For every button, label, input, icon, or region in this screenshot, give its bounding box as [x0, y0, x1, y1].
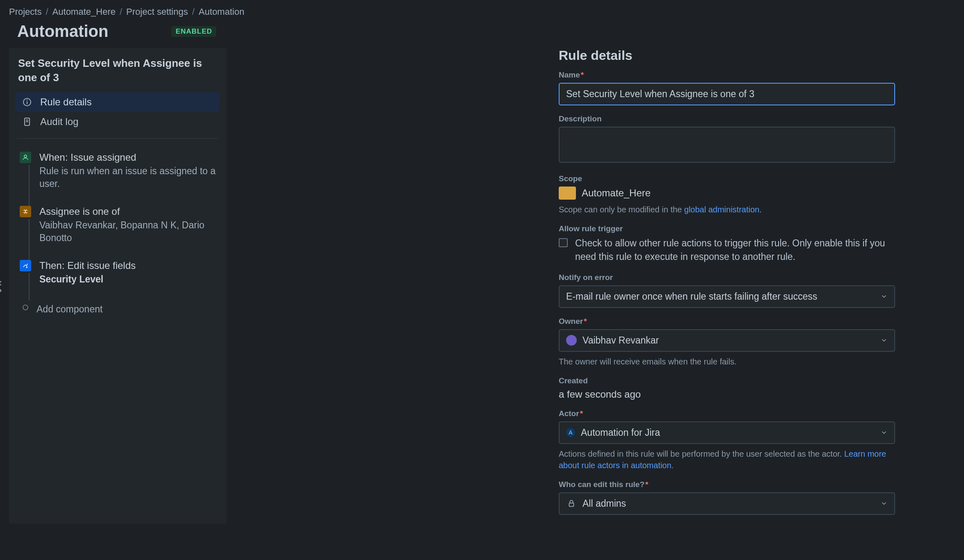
- chevron-down-icon: [880, 293, 888, 300]
- info-icon: [22, 97, 32, 107]
- breadcrumb-projects[interactable]: Projects: [9, 7, 41, 17]
- breadcrumb-automation[interactable]: Automation: [199, 7, 244, 17]
- allow-trigger-checkbox[interactable]: [559, 238, 568, 247]
- owner-label: Owner*: [559, 317, 895, 326]
- step-trigger-title: When: Issue assigned: [39, 152, 216, 163]
- divider: [17, 138, 218, 139]
- created-label: Created: [559, 376, 895, 385]
- who-edit-select[interactable]: All admins: [559, 492, 895, 515]
- chevron-down-icon: [880, 337, 888, 344]
- trigger-icon: [20, 152, 31, 163]
- description-label: Description: [559, 114, 895, 123]
- step-action[interactable]: Then: Edit issue fields Security Level: [17, 257, 218, 297]
- actor-avatar: A: [566, 428, 575, 437]
- who-edit-value: All admins: [583, 498, 626, 509]
- description-input[interactable]: [559, 127, 895, 163]
- name-label: Name*: [559, 71, 895, 80]
- owner-helper: The owner will receive emails when the r…: [559, 356, 895, 367]
- rule-sidebar: Set Security Level when Assignee is one …: [9, 48, 226, 524]
- notify-value: E-mail rule owner once when rule starts …: [566, 291, 817, 302]
- allow-trigger-label: Allow rule trigger: [559, 224, 895, 233]
- svg-rect-1: [27, 101, 27, 104]
- rule-title: Set Security Level when Assignee is one …: [13, 56, 222, 92]
- notify-label: Notify on error: [559, 273, 895, 282]
- svg-rect-7: [569, 503, 574, 506]
- actor-label: Actor*: [559, 409, 895, 418]
- nav-rule-details-label: Rule details: [40, 96, 91, 108]
- actor-select[interactable]: A Automation for Jira: [559, 421, 895, 444]
- scope-label: Scope: [559, 174, 895, 183]
- sidebar-toggle[interactable]: ‹›: [0, 279, 2, 294]
- scope-project: Automate_Here: [582, 187, 651, 199]
- page-title: Automation: [17, 22, 108, 41]
- actor-value: Automation for Jira: [581, 427, 660, 438]
- global-administration-link[interactable]: global administration: [684, 205, 759, 214]
- lock-icon: [566, 498, 577, 509]
- document-icon: [22, 117, 32, 127]
- breadcrumb: Projects / Automate_Here / Project setti…: [9, 4, 955, 20]
- allow-trigger-text: Check to allow other rule actions to tri…: [575, 237, 895, 264]
- breadcrumb-separator: /: [46, 7, 48, 17]
- chevron-down-icon: [880, 500, 888, 507]
- rule-details-heading: Rule details: [559, 48, 895, 63]
- scope-helper: Scope can only be modified in the global…: [559, 204, 895, 215]
- breadcrumb-separator: /: [192, 7, 194, 17]
- action-icon: [20, 260, 31, 271]
- nav-audit-log-label: Audit log: [40, 116, 78, 127]
- breadcrumb-separator: /: [120, 7, 122, 17]
- step-condition[interactable]: Assignee is one of Vaibhav Revankar, Bop…: [17, 203, 218, 257]
- chevron-down-icon: [880, 429, 888, 436]
- step-condition-title: Assignee is one of: [39, 206, 216, 217]
- created-value: a few seconds ago: [559, 389, 895, 400]
- who-edit-label: Who can edit this rule?*: [559, 480, 895, 489]
- project-avatar: [559, 187, 576, 200]
- step-action-title: Then: Edit issue fields: [39, 260, 216, 271]
- nav-rule-details[interactable]: Rule details: [16, 92, 220, 112]
- owner-avatar: [566, 335, 577, 346]
- breadcrumb-project-settings[interactable]: Project settings: [126, 7, 188, 17]
- step-action-sub: Security Level: [39, 274, 216, 285]
- step-trigger[interactable]: When: Issue assigned Rule is run when an…: [17, 148, 218, 203]
- add-icon: [23, 305, 28, 310]
- breadcrumb-automate-here[interactable]: Automate_Here: [53, 7, 116, 17]
- step-condition-desc: Vaibhav Revankar, Bopanna N K, Dario Bon…: [39, 219, 216, 244]
- svg-rect-2: [27, 100, 27, 100]
- actor-helper: Actions defined in this rule will be per…: [559, 448, 895, 471]
- owner-select[interactable]: Vaibhav Revankar: [559, 329, 895, 352]
- owner-value: Vaibhav Revankar: [583, 335, 659, 346]
- name-input[interactable]: [559, 83, 895, 105]
- rule-details-form: Rule details Name* Description Scope Aut…: [559, 48, 895, 524]
- step-add-component[interactable]: Add component: [17, 297, 218, 328]
- status-badge: ENABLED: [171, 26, 216, 37]
- nav-audit-log[interactable]: Audit log: [16, 112, 220, 132]
- svg-point-6: [24, 155, 27, 157]
- step-trigger-desc: Rule is run when an issue is assigned to…: [39, 165, 216, 190]
- step-add-label: Add component: [37, 303, 216, 316]
- condition-icon: [20, 206, 31, 217]
- notify-select[interactable]: E-mail rule owner once when rule starts …: [559, 285, 895, 308]
